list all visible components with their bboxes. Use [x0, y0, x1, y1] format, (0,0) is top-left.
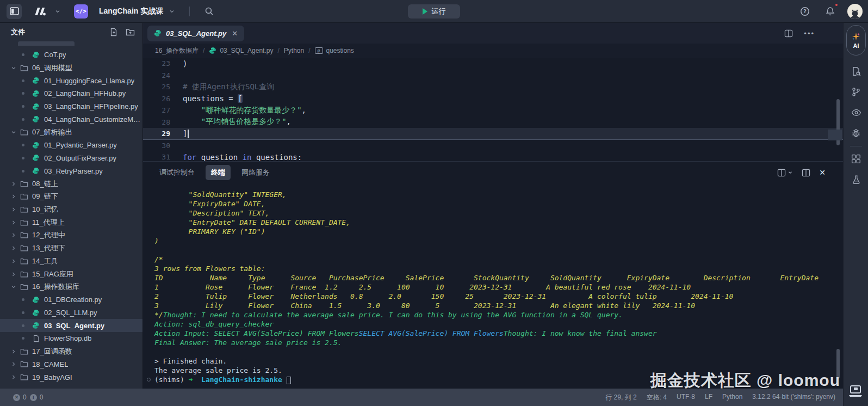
tree-item-03_sql_agent-py[interactable]: 03_SQL_Agent.py: [0, 319, 142, 332]
tree-item-09_链下[interactable]: 09_链下: [0, 190, 142, 204]
editor-more-actions-button[interactable]: •••: [804, 29, 815, 38]
tree-item-17_回调函数[interactable]: 17_回调函数: [0, 345, 142, 358]
tree-item-16_操作数据库[interactable]: 16_操作数据库: [0, 280, 142, 293]
logo-menu-chevron-icon[interactable]: [54, 8, 61, 15]
testing-button[interactable]: [844, 169, 868, 190]
tree-item-13_代理下[interactable]: 13_代理下: [0, 242, 142, 255]
tree-item-18_camel[interactable]: 18_CAMEL: [0, 358, 142, 371]
tree-item-flowershop-db[interactable]: FlowerShop.db: [0, 332, 142, 345]
tree-item-02_outputfixparser-py[interactable]: 02_OutputFixParser.py: [0, 152, 142, 165]
chevron-right-icon[interactable]: [10, 181, 17, 187]
terminal-command-decoration-icon[interactable]: [147, 378, 151, 382]
tree-item-01_pydantic_parser-py[interactable]: 01_Pydantic_Parser.py: [0, 139, 142, 152]
chevron-right-icon[interactable]: [10, 374, 17, 380]
chevron-down-icon[interactable]: [10, 284, 17, 290]
breadcrumb-item[interactable]: 16_操作数据库: [155, 46, 199, 56]
app-logo[interactable]: [34, 4, 49, 19]
status-item[interactable]: 3.12.2 64-bit ('shims': pyenv): [752, 393, 835, 402]
chevron-right-icon[interactable]: [10, 219, 17, 226]
chevron-down-icon[interactable]: [10, 65, 17, 71]
editor-tab-03-sql-agent[interactable]: 03_SQL_Agent.py ✕: [147, 26, 244, 41]
panel-tab-调试控制台[interactable]: 调试控制台: [154, 165, 200, 180]
tree-item-clipped[interactable]: [18, 41, 75, 46]
breadcrumb-item[interactable]: 03_SQL_Agent.py: [209, 47, 273, 54]
tree-item-07_解析输出[interactable]: 07_解析输出: [0, 126, 142, 139]
panel-tab-网络服务[interactable]: 网络服务: [236, 165, 275, 180]
code-line-27[interactable]: 27 "哪种鲜花的存货数量最少？",: [143, 104, 843, 116]
code-text: "哪种鲜花的存货数量最少？",: [170, 106, 306, 115]
tree-item-15_rag应用[interactable]: 15_RAG应用: [0, 268, 142, 281]
tree-item-08_链上[interactable]: 08_链上: [0, 177, 142, 190]
breadcrumb-item[interactable]: @questions: [315, 47, 354, 54]
code-line-24[interactable]: 24: [143, 70, 843, 82]
project-icon[interactable]: </>: [74, 4, 88, 19]
tree-item-03_retryparser-py[interactable]: 03_RetryParser.py: [0, 164, 142, 177]
code-line-29[interactable]: 29]: [143, 128, 843, 140]
chevron-right-icon[interactable]: [10, 348, 17, 355]
code-line-23[interactable]: 23): [143, 58, 843, 70]
file-search-button[interactable]: [844, 61, 868, 82]
tree-item-04_langchain_customizemod-[interactable]: 04_LangChain_CustomizeMod...: [0, 113, 142, 126]
tree-item-02_sql_llm-py[interactable]: 02_SQL_LLM.py: [0, 306, 142, 319]
project-menu-chevron-icon[interactable]: [169, 8, 175, 15]
tree-item-10_记忆[interactable]: 10_记忆: [0, 203, 142, 216]
new-folder-button[interactable]: [126, 28, 135, 36]
tree-item-03_langchain_hfpipeline-py[interactable]: 03_LangChain_HFPipeline.py: [0, 100, 142, 113]
chevron-right-icon[interactable]: [10, 206, 17, 213]
tree-item-label: 15_RAG应用: [32, 269, 73, 279]
terminal-scrollbar-thumb[interactable]: [836, 349, 840, 379]
maximize-panel-button[interactable]: [802, 169, 810, 177]
new-file-button[interactable]: [109, 28, 118, 36]
ai-assistant-button[interactable]: AI: [846, 25, 866, 56]
terminal-output[interactable]: "SoldQuantity" INTEGER, "ExpiryDate" DAT…: [143, 183, 843, 384]
chevron-down-icon[interactable]: [10, 129, 17, 136]
tree-item-12_代理中[interactable]: 12_代理中: [0, 229, 142, 242]
project-name[interactable]: LangChain 实战课: [99, 7, 163, 16]
problems-summary[interactable]: ✕ 0 ! 0: [0, 393, 43, 401]
user-avatar[interactable]: [847, 4, 863, 19]
status-item[interactable]: LF: [705, 393, 712, 402]
help-button[interactable]: ?: [797, 4, 813, 19]
chevron-right-icon[interactable]: [10, 258, 17, 264]
status-item[interactable]: 空格: 4: [647, 393, 667, 402]
chevron-right-icon[interactable]: [10, 193, 17, 200]
tree-item-02_langchain_hfhub-py[interactable]: 02_LangChain_HFHub.py: [0, 87, 142, 100]
code-review-button[interactable]: [844, 102, 868, 123]
tab-close-icon[interactable]: ✕: [232, 29, 238, 38]
status-item[interactable]: Python: [722, 393, 742, 402]
toggle-sidebar-button[interactable]: [7, 4, 22, 19]
tree-item-14_工具[interactable]: 14_工具: [0, 255, 142, 268]
tree-item-01_hugggingface_llama-py[interactable]: 01_HugggingFace_Llama.py: [0, 74, 142, 87]
code-line-25[interactable]: 25# 使用Agent执行SQL查询: [143, 81, 843, 93]
tree-item-cot-py[interactable]: CoT.py: [0, 48, 142, 61]
extensions-button[interactable]: [844, 149, 868, 169]
chevron-right-icon[interactable]: [10, 232, 17, 238]
source-control-button[interactable]: [844, 82, 868, 102]
remote-device-button[interactable]: [847, 384, 864, 398]
code-line-28[interactable]: 28 "平均销售价格是多少？",: [143, 116, 843, 128]
split-terminal-button[interactable]: [777, 169, 793, 177]
run-button[interactable]: 运行: [408, 4, 460, 19]
panel-tab-终端[interactable]: 终端: [206, 165, 231, 180]
status-item[interactable]: 行 29, 列 2: [605, 393, 636, 402]
code-editor[interactable]: 23)2425# 使用Agent执行SQL查询26questions = [27…: [143, 58, 843, 161]
tree-item-06_调用模型[interactable]: 06_调用模型: [0, 61, 142, 75]
search-button[interactable]: [203, 4, 215, 19]
tree-item-label: CoT.py: [44, 51, 66, 59]
debug-button[interactable]: [844, 123, 868, 144]
split-editor-button[interactable]: [784, 29, 793, 38]
breadcrumb-item[interactable]: Python: [284, 47, 304, 54]
chevron-right-icon[interactable]: [10, 245, 17, 251]
chevron-right-icon[interactable]: [10, 271, 17, 278]
chevron-right-icon[interactable]: [10, 361, 17, 367]
close-panel-button[interactable]: ✕: [819, 168, 826, 177]
status-item[interactable]: UTF-8: [677, 393, 695, 402]
tree-item-11_代理上[interactable]: 11_代理上: [0, 216, 142, 229]
code-line-26[interactable]: 26questions = [: [143, 93, 843, 105]
ai-label: AI: [853, 42, 859, 49]
code-line-31[interactable]: 31for question in questions:: [143, 151, 843, 161]
code-line-30[interactable]: 30: [143, 140, 843, 152]
tree-item-19_babyagi[interactable]: 19_BabyAGI: [0, 371, 142, 384]
notifications-button[interactable]: [822, 4, 838, 19]
tree-item-01_dbcreation-py[interactable]: 01_DBCreation.py: [0, 293, 142, 306]
